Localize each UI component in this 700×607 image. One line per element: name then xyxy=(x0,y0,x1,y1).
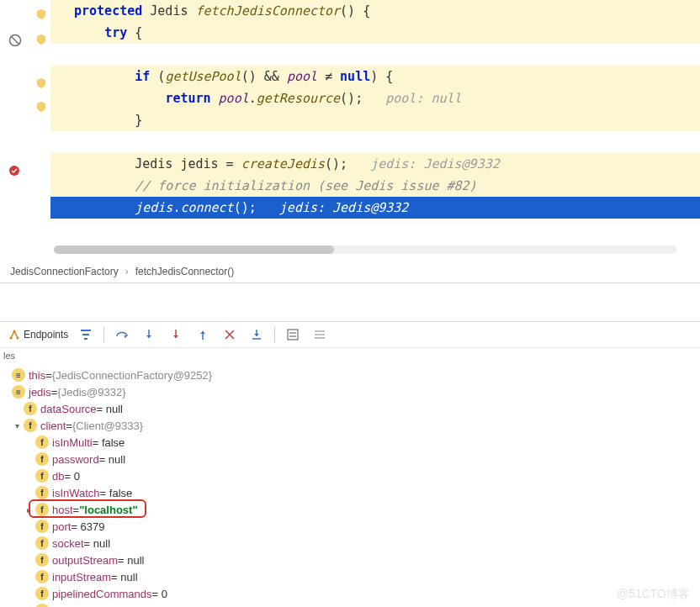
keyword: protected xyxy=(74,3,142,18)
run-to-cursor-icon[interactable] xyxy=(247,325,266,344)
code-line[interactable] xyxy=(50,219,700,240)
punct: { xyxy=(127,25,142,40)
punct: (); xyxy=(325,156,347,172)
code-line[interactable]: if (getUsePool() && pool ≠ null) { xyxy=(50,66,700,87)
shield-icon xyxy=(37,8,45,22)
var-name: isInWatch xyxy=(52,487,100,499)
identifier: pool xyxy=(287,69,317,84)
var-row-jedis[interactable]: ≡ jedis = {Jedis@9332} xyxy=(0,383,700,400)
step-out-icon[interactable] xyxy=(194,325,212,344)
collapse-icon[interactable]: ▾ xyxy=(10,421,24,430)
var-row-this[interactable]: ≡ this = {JedisConnectionFactory@9252} xyxy=(0,367,700,383)
code-line[interactable] xyxy=(50,44,700,66)
punct: () { xyxy=(340,3,370,18)
keyword: if xyxy=(135,69,150,84)
var-name: host xyxy=(52,504,73,516)
var-row-host[interactable]: ▸ f host = "localhost" xyxy=(0,501,700,518)
breadcrumb-item[interactable]: JedisConnectionFactory xyxy=(10,266,119,277)
var-value: {Client@9333} xyxy=(72,420,143,432)
drop-frame-icon[interactable] xyxy=(220,325,239,344)
no-entry-icon xyxy=(8,34,22,50)
code-line[interactable]: } xyxy=(50,109,700,131)
var-row-password[interactable]: f password = null xyxy=(0,451,700,467)
var-value: = 0 xyxy=(152,588,167,600)
comment: // force initialization (see Jedis issue… xyxy=(135,178,476,193)
code-line[interactable]: try { xyxy=(50,22,700,44)
variable: jedis xyxy=(180,156,218,172)
code-editor[interactable]: protected Jedis fetchJedisConnector() { … xyxy=(0,0,700,254)
var-row-connectiontimeout[interactable]: f connectionTimeout = 2000 xyxy=(0,602,700,607)
step-over-icon[interactable] xyxy=(113,325,131,344)
svg-point-3 xyxy=(13,330,16,333)
separator xyxy=(103,327,104,342)
code-lines[interactable]: protected Jedis fetchJedisConnector() { … xyxy=(50,0,700,240)
var-row-inputstream[interactable]: f inputStream = null xyxy=(0,568,700,585)
field-icon: f xyxy=(24,402,37,415)
gutter xyxy=(0,0,50,244)
evaluate-icon[interactable] xyxy=(284,325,302,344)
filter-icon[interactable] xyxy=(77,325,95,344)
breakpoint-icon[interactable] xyxy=(8,165,20,179)
var-name: socket xyxy=(52,537,84,550)
equals: = xyxy=(73,504,80,516)
settings-icon[interactable] xyxy=(310,325,329,344)
endpoints-icon xyxy=(8,329,20,340)
inline-debug-value: jedis: Jedis@9332 xyxy=(279,200,409,215)
force-step-into-icon[interactable] xyxy=(167,325,185,344)
shield-icon xyxy=(37,77,45,91)
breadcrumb[interactable]: JedisConnectionFactory › fetchJedisConne… xyxy=(0,261,700,283)
var-row-isinmulti[interactable]: f isInMulti = false xyxy=(0,434,700,451)
variables-tree[interactable]: ≡ this = {JedisConnectionFactory@9252} ≡… xyxy=(0,363,700,607)
method-call: createJedis xyxy=(241,156,325,172)
field-icon: f xyxy=(35,536,49,550)
field-icon: f xyxy=(35,604,49,607)
var-row-datasource[interactable]: f dataSource = null xyxy=(0,400,700,417)
current-line[interactable]: jedis.connect(); jedis: Jedis@9332 xyxy=(50,197,700,219)
debug-toolbar: Endpoints xyxy=(0,322,700,348)
var-name: port xyxy=(52,520,71,533)
var-row-db[interactable]: f db = 0 xyxy=(0,467,700,484)
svg-point-5 xyxy=(17,337,19,340)
var-row-socket[interactable]: f socket = null xyxy=(0,535,700,552)
code-line[interactable] xyxy=(50,131,700,153)
punct: (); xyxy=(340,91,363,106)
var-value: "localhost" xyxy=(79,504,137,516)
field-icon: f xyxy=(35,570,49,583)
expand-icon[interactable]: ▸ xyxy=(22,505,35,515)
code-line[interactable]: // force initialization (see Jedis issue… xyxy=(50,175,700,197)
inline-debug-value: pool: null xyxy=(385,91,461,106)
type: Jedis xyxy=(135,156,172,172)
var-value: = false xyxy=(100,487,133,499)
endpoints-tab[interactable]: Endpoints xyxy=(8,329,68,340)
var-row-client[interactable]: ▾ f client = {Client@9333} xyxy=(0,417,700,434)
var-row-outputstream[interactable]: f outputStream = null xyxy=(0,552,700,568)
punct: () && xyxy=(241,69,287,84)
horizontal-scrollbar[interactable] xyxy=(54,245,676,254)
punct: ( xyxy=(150,69,165,84)
code-line[interactable]: Jedis jedis = createJedis(); jedis: Jedi… xyxy=(50,153,700,175)
field-icon: f xyxy=(35,452,49,466)
step-into-icon[interactable] xyxy=(140,325,158,344)
variables-header: les xyxy=(0,348,700,363)
field-icon: f xyxy=(35,553,49,567)
var-name: connectionTimeout xyxy=(52,604,144,608)
inline-debug-value: jedis: Jedis@9332 xyxy=(370,156,500,172)
separator xyxy=(274,327,275,342)
var-name: isInMulti xyxy=(52,436,93,449)
method-call: getUsePool xyxy=(165,69,241,84)
code-line[interactable]: return pool.getResource(); pool: null xyxy=(50,87,700,109)
var-value: = 6379 xyxy=(71,520,104,533)
breadcrumb-item[interactable]: fetchJedisConnector() xyxy=(135,266,234,277)
field-icon: f xyxy=(24,419,37,432)
svg-point-4 xyxy=(10,337,13,340)
var-value: {JedisConnectionFactory@9252} xyxy=(52,369,212,382)
var-name: pipelinedCommands xyxy=(52,588,152,600)
object-icon: ≡ xyxy=(12,368,25,382)
identifier: jedis xyxy=(135,200,172,215)
var-row-port[interactable]: f port = 6379 xyxy=(0,518,700,535)
shield-icon xyxy=(37,34,45,47)
code-line[interactable]: protected Jedis fetchJedisConnector() { xyxy=(50,0,700,22)
var-row-pipelined[interactable]: f pipelinedCommands = 0 xyxy=(0,585,700,602)
keyword: return xyxy=(165,91,210,106)
var-row-isinwatch[interactable]: f isInWatch = false xyxy=(0,484,700,501)
